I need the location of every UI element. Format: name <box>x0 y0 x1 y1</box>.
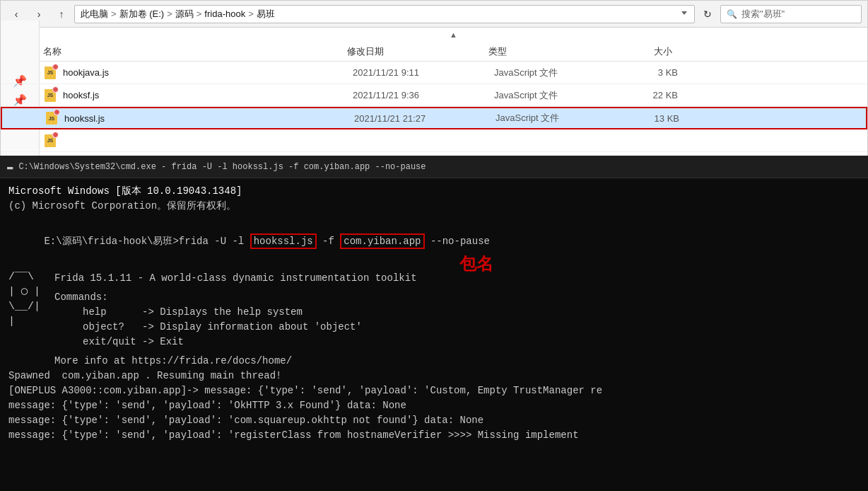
up-button[interactable]: ↑ <box>52 4 71 24</box>
ascii-4: | <box>8 314 40 329</box>
file-size-1: 3 KB <box>621 67 678 78</box>
file-type-3: JavaScript 文件 <box>495 112 623 125</box>
cmd-prompt-mid: -f <box>317 236 341 247</box>
cmd-line-copyright: (c) Microsoft Corporation。保留所有权利。 <box>8 199 860 214</box>
exit-cmd: exit/quit -> Exit <box>54 335 416 350</box>
col-header-size[interactable]: 大小 <box>616 45 672 58</box>
cmd-prompt-suffix: --no-pause <box>425 236 490 247</box>
cmd-content: Microsoft Windows [版本 10.0.19043.1348] (… <box>0 178 868 449</box>
msg2-line: message: {'type': 'send', 'payload': 'Ok… <box>8 398 860 413</box>
table-row[interactable]: JS <box>1 129 867 152</box>
file-icon-4: JS <box>43 134 57 148</box>
cmd-title-bar: ▬ C:\Windows\System32\cmd.exe - frida -U… <box>0 156 868 178</box>
sep3: > <box>197 8 202 19</box>
file-name-1: hookjava.js <box>63 67 353 78</box>
frida-ascii: /‾‾\ | ◯ | \__/| | <box>8 270 40 329</box>
search-icon: 🔍 <box>727 9 737 19</box>
file-list: JS hookjava.js 2021/11/21 9:11 JavaScrip… <box>1 62 867 152</box>
dots-more: More info at https://frida.re/docs/home/ <box>54 354 416 369</box>
file-icon-3: JS <box>45 111 59 125</box>
hookssl-highlight: hookssl.js <box>250 233 317 249</box>
msg3-line: message: {'type': 'send', 'payload': 'co… <box>8 413 860 428</box>
frida-version: Frida 15.1.11 - A world-class dynamic in… <box>54 271 416 286</box>
column-headers: 名称 修改日期 类型 大小 <box>1 42 867 62</box>
file-size-2: 22 KB <box>621 90 678 100</box>
sep4: > <box>248 8 254 19</box>
breadcrumb-drive: 新加卷 (E:) <box>119 8 165 21</box>
ascii-1: /‾‾\ <box>8 270 40 284</box>
ascii-2: | ◯ | <box>8 284 40 299</box>
table-row[interactable]: JS hooksf.js 2021/11/21 9:36 JavaScript … <box>1 84 867 107</box>
svg-marker-0 <box>681 11 687 15</box>
file-date-2: 2021/11/21 9:36 <box>353 90 494 100</box>
dropdown-icon <box>680 8 688 17</box>
pkgname-label: 包名 <box>459 251 493 277</box>
file-name-3: hookssl.js <box>64 113 354 124</box>
msg1-line: [ONEPLUS A3000::com.yiban.app]-> message… <box>8 383 860 398</box>
col-header-date[interactable]: 修改日期 <box>347 45 488 58</box>
breadcrumb-frida: frida-hook <box>204 8 245 19</box>
table-row[interactable]: JS hookjava.js 2021/11/21 9:11 JavaScrip… <box>1 62 867 84</box>
breadcrumb[interactable]: 此电脑 > 新加卷 (E:) > 源码 > frida-hook > 易班 <box>74 5 695 23</box>
col-header-type[interactable]: 类型 <box>488 45 616 58</box>
file-name-2: hooksf.js <box>63 90 353 100</box>
cmd-icon: ▬ <box>7 161 13 173</box>
breadcrumb-computer: 此电脑 <box>81 8 108 21</box>
cmd-prompt-prefix: E:\源码\frida-hook\易班>frida -U -l <box>44 236 250 247</box>
frida-info: /‾‾\ | ◯ | \__/| | Frida 15.1.11 - A wor… <box>8 270 860 369</box>
sort-arrow-up[interactable]: ▲ <box>450 30 457 39</box>
col-header-name[interactable]: 名称 <box>43 45 347 58</box>
help-cmd: help -> Displays the help system <box>54 305 416 320</box>
sep1: > <box>111 8 117 19</box>
cmd-line-prompt: E:\源码\frida-hook\易班>frida -U -l hookssl.… <box>8 219 860 264</box>
cmd-line-version: Microsoft Windows [版本 10.0.19043.1348] <box>8 184 860 199</box>
object-cmd: object? -> Display information about 'ob… <box>54 320 416 335</box>
search-placeholder: 搜索"易班" <box>741 8 785 21</box>
search-box[interactable]: 🔍 搜索"易班" <box>720 5 862 23</box>
commands-header: Commands: <box>54 290 416 305</box>
app-highlight: com.yiban.app <box>340 233 424 249</box>
breadcrumb-src: 源码 <box>175 8 194 21</box>
breadcrumb-yiban: 易班 <box>257 8 275 21</box>
file-icon-2: JS <box>43 88 57 103</box>
msg4-line: message: {'type': 'send', 'payload': 're… <box>8 428 860 443</box>
refresh-button[interactable]: ↻ <box>698 4 717 24</box>
ascii-3: \__/| <box>8 299 40 314</box>
frida-text: Frida 15.1.11 - A world-class dynamic in… <box>54 270 416 369</box>
table-row-selected[interactable]: JS hookssl.js 2021/11/21 21:27 JavaScrip… <box>1 107 867 129</box>
file-type-1: JavaScript 文件 <box>494 67 621 79</box>
sep2: > <box>167 8 172 19</box>
file-explorer: ‹ › ↑ 此电脑 > 新加卷 (E:) > 源码 > frida-hook >… <box>0 0 868 159</box>
file-icon-1: JS <box>43 66 57 80</box>
file-type-2: JavaScript 文件 <box>494 89 621 102</box>
address-bar: ‹ › ↑ 此电脑 > 新加卷 (E:) > 源码 > frida-hook >… <box>1 1 867 28</box>
file-size-3: 13 KB <box>623 113 679 124</box>
cmd-window: ▬ C:\Windows\System32\cmd.exe - frida -U… <box>0 156 868 491</box>
file-date-3: 2021/11/21 21:27 <box>354 113 495 124</box>
file-date-1: 2021/11/21 9:11 <box>353 67 494 78</box>
spawned-line: Spawned com.yiban.app . Resuming main th… <box>8 369 860 383</box>
cmd-title-text: C:\Windows\System32\cmd.exe - frida -U -… <box>18 162 426 172</box>
